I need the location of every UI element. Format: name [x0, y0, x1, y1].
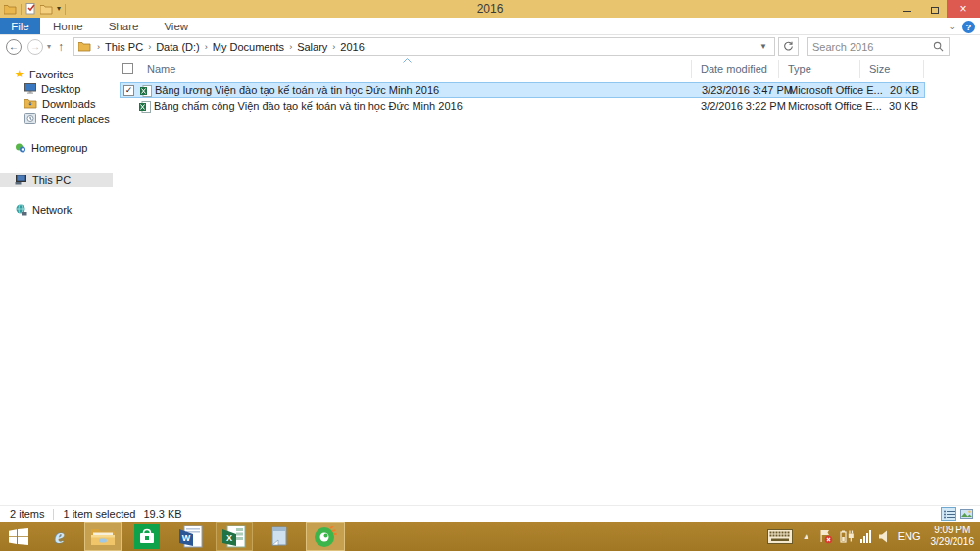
tab-share[interactable]: Share: [96, 18, 152, 34]
action-center-flag[interactable]: [819, 529, 833, 544]
network-signal-icon[interactable]: [860, 530, 871, 543]
column-header-size[interactable]: Size: [869, 63, 890, 75]
qat-separator: [21, 4, 22, 15]
properties-button-icon[interactable]: [25, 3, 36, 15]
navigation-toolbar: ← → ▾ ↑ › This PC › Data (D:) › My Docum…: [0, 36, 980, 57]
clock-date: 3/29/2016: [931, 536, 975, 548]
column-divider[interactable]: [778, 60, 779, 78]
column-divider[interactable]: [923, 60, 924, 78]
taskbar-internet-explorer[interactable]: e: [43, 522, 76, 551]
breadcrumb-chevron-icon: ›: [203, 42, 210, 52]
address-bar[interactable]: › This PC › Data (D:) › My Documents › S…: [74, 37, 775, 56]
main-area: ★ Favorites Desktop Downloads Recent pla…: [0, 57, 980, 505]
window-controls: ×: [894, 0, 980, 18]
start-button[interactable]: [4, 522, 33, 551]
breadcrumb-data-d[interactable]: Data (D:): [153, 41, 203, 53]
recent-locations-chevron-icon[interactable]: ▾: [47, 42, 51, 51]
sidebar-item-network[interactable]: Network: [15, 202, 72, 217]
minimize-button[interactable]: [894, 0, 920, 18]
power-status[interactable]: [840, 529, 854, 543]
selection-count: 1 item selected: [63, 508, 135, 520]
speaker-icon: [879, 530, 890, 543]
downloads-folder-icon: [24, 98, 37, 109]
breadcrumb-2016[interactable]: 2016: [337, 41, 367, 53]
ribbon-tabs: File Home Share View ⌄ ?: [0, 18, 980, 35]
breadcrumb-my-documents[interactable]: My Documents: [210, 41, 287, 53]
sidebar-item-this-pc[interactable]: This PC: [0, 173, 113, 187]
show-hidden-icons-chevron-icon[interactable]: ▲: [803, 532, 810, 541]
column-header-date-modified[interactable]: Date modified: [701, 63, 767, 75]
excel-file-icon: [140, 85, 152, 97]
taskbar-coccoc-active[interactable]: [306, 522, 345, 551]
up-button[interactable]: ↑: [58, 40, 64, 54]
sidebar-item-favorites[interactable]: ★ Favorites: [15, 67, 74, 81]
quick-access-toolbar: ▾: [0, 0, 66, 18]
star-icon: ★: [15, 69, 24, 79]
search-box[interactable]: [807, 37, 950, 56]
excel-file-icon: [139, 101, 151, 113]
breadcrumb-salary[interactable]: Salary: [294, 41, 330, 53]
back-button[interactable]: ←: [6, 39, 22, 55]
desktop-icon: [24, 83, 36, 94]
column-divider[interactable]: [691, 60, 692, 78]
taskbar-clock[interactable]: 9:09 PM 3/29/2016: [931, 525, 975, 548]
taskbar: e W X ▲: [0, 522, 980, 551]
breadcrumb-chevron-icon: ›: [287, 42, 294, 52]
taskbar-windows-store[interactable]: [131, 522, 163, 551]
taskbar-excel[interactable]: X: [216, 522, 253, 551]
forward-button[interactable]: →: [27, 39, 43, 55]
new-folder-button-icon[interactable]: [40, 4, 53, 15]
search-icon[interactable]: [933, 41, 944, 52]
address-dropdown-chevron-icon[interactable]: ▼: [757, 42, 770, 51]
expand-ribbon-chevron-icon[interactable]: ⌄: [948, 22, 956, 31]
close-button[interactable]: ×: [947, 0, 980, 18]
sidebar-item-downloads[interactable]: Downloads: [24, 96, 95, 111]
breadcrumb-this-pc[interactable]: This PC: [102, 41, 146, 53]
search-input[interactable]: [812, 41, 933, 53]
select-all-checkbox[interactable]: [122, 63, 133, 74]
large-icons-view-button[interactable]: [958, 507, 974, 521]
file-name: Bảng chấm công Viện đào tạo kế toán và t…: [154, 100, 463, 112]
title-bar: ▾ 2016 ×: [0, 0, 980, 18]
network-icon: [15, 204, 27, 216]
help-button[interactable]: ?: [962, 21, 975, 33]
thumbnails-view-icon: [960, 509, 973, 519]
refresh-button[interactable]: [778, 37, 799, 56]
row-checkbox[interactable]: ✓: [123, 85, 134, 96]
svg-text:W: W: [182, 533, 191, 543]
taskbar-file-explorer-active[interactable]: [84, 522, 122, 551]
tab-file[interactable]: File: [0, 18, 40, 34]
sidebar-item-homegroup[interactable]: Homegroup: [15, 140, 87, 155]
details-view-button[interactable]: [941, 507, 956, 521]
column-header-name[interactable]: Name: [147, 63, 175, 75]
taskbar-notepad[interactable]: [263, 522, 296, 551]
breadcrumb-chevron-icon: ›: [95, 42, 102, 52]
column-header-type[interactable]: Type: [788, 63, 811, 75]
restore-button[interactable]: [920, 0, 947, 18]
tab-home[interactable]: Home: [40, 18, 96, 34]
flag-alert-icon: [819, 529, 833, 544]
sidebar-item-desktop[interactable]: Desktop: [24, 81, 80, 96]
breadcrumb: › This PC › Data (D:) › My Documents › S…: [95, 41, 757, 53]
tab-view[interactable]: View: [151, 18, 201, 34]
sidebar-item-recent-places[interactable]: Recent places: [24, 111, 110, 125]
window-title: 2016: [0, 0, 980, 18]
coccoc-icon: [314, 525, 337, 548]
file-size: 20 KB: [841, 84, 919, 96]
internet-explorer-icon: e: [55, 524, 65, 549]
file-row[interactable]: Bảng chấm công Viện đào tạo kế toán và t…: [120, 99, 925, 115]
file-name: Bảng lương Viện đào tạo kế toán và tin h…: [155, 84, 439, 96]
language-indicator[interactable]: ENG: [898, 530, 921, 542]
volume-button[interactable]: [879, 530, 890, 543]
file-row-selected[interactable]: ✓ Bảng lương Viện đào tạo kế toán và tin…: [120, 82, 925, 98]
explorer-window-icon: [4, 4, 17, 15]
column-divider[interactable]: [859, 60, 860, 78]
touch-keyboard-button[interactable]: [767, 529, 793, 544]
breadcrumb-chevron-icon: ›: [330, 42, 337, 52]
notepad-icon: [269, 526, 290, 547]
this-pc-icon: [15, 175, 27, 185]
customize-qat-chevron-icon[interactable]: ▾: [57, 0, 61, 18]
column-headers: Name Date modified Type Size: [120, 62, 960, 78]
system-tray: ▲ ENG 9:09 PM 3/29/2016: [767, 522, 980, 551]
taskbar-word[interactable]: W: [174, 522, 208, 551]
